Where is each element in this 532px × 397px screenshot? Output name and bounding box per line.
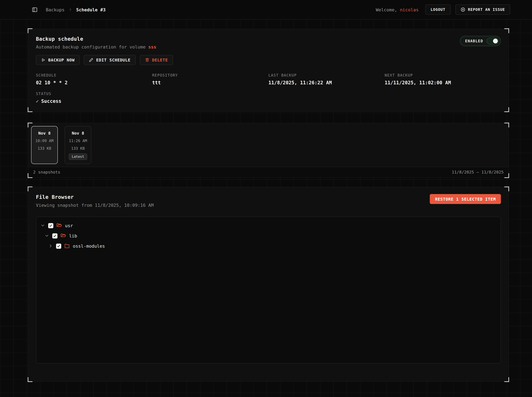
- field-label: NEXT BACKUP: [385, 73, 501, 78]
- corner-bracket: [504, 28, 509, 33]
- chevron-right-icon[interactable]: [48, 244, 53, 248]
- topbar-left: Backups Schedule #3: [30, 5, 106, 14]
- enabled-label: ENABLED: [465, 39, 483, 43]
- checkbox-checked[interactable]: [56, 243, 61, 249]
- report-issue-label: REPORT AN ISSUE: [468, 7, 505, 12]
- corner-bracket: [504, 377, 509, 382]
- corner-bracket: [28, 107, 32, 112]
- main-content: Backup schedule Automated backup configu…: [0, 19, 532, 382]
- tree-item-name: usr: [65, 223, 73, 228]
- corner-bracket: [504, 186, 509, 191]
- snapshot-time: 11:26 AM: [69, 139, 87, 143]
- field-value: ttt: [152, 80, 268, 86]
- file-browser-titles: File Browser Viewing snapshot from 11/8/…: [36, 194, 153, 208]
- panel-subtitle: Automated backup configuration for volum…: [36, 44, 156, 50]
- app: Backups Schedule #3 Welcome, nicolas LOG…: [0, 0, 532, 397]
- backup-now-label: BACKUP NOW: [48, 58, 75, 62]
- breadcrumb: Backups Schedule #3: [46, 7, 106, 12]
- status-value: ✓Success: [36, 99, 501, 104]
- field-repository: REPOSITORY ttt: [152, 73, 268, 86]
- field-status: STATUS ✓Success: [36, 92, 501, 104]
- chevron-down-icon[interactable]: [40, 223, 45, 228]
- checkbox-checked[interactable]: [48, 223, 53, 228]
- delete-label: DELETE: [152, 58, 168, 62]
- field-value: 11/11/2025, 11:02:00 AM: [385, 80, 501, 86]
- file-browser-header: File Browser Viewing snapshot from 11/8/…: [36, 194, 501, 208]
- tree-item-name: ossl-modules: [73, 243, 105, 249]
- corner-bracket: [28, 377, 32, 382]
- panel-left-icon: [32, 7, 38, 12]
- tree-row-lib[interactable]: lib: [40, 231, 496, 241]
- snapshot-size: 133 KB: [38, 146, 51, 151]
- backup-schedule-panel: Backup schedule Automated backup configu…: [28, 29, 509, 112]
- snapshot-card-latest[interactable]: Nov 8 11:26 AM 133 KB Latest: [65, 126, 91, 164]
- file-browser-panel: File Browser Viewing snapshot from 11/8/…: [28, 187, 509, 382]
- breadcrumb-current-page: Schedule #3: [76, 7, 106, 12]
- schedule-panel-header: Backup schedule Automated backup configu…: [36, 36, 501, 50]
- trash-icon: [145, 58, 149, 62]
- field-value: 02 10 * * 2: [36, 80, 152, 86]
- logout-button[interactable]: LOGOUT: [425, 4, 450, 15]
- enabled-switch[interactable]: [487, 38, 499, 44]
- schedule-actions: BACKUP NOW EDIT SCHEDULE DELETE: [36, 55, 501, 65]
- check-icon: ✓: [36, 99, 39, 104]
- backup-now-button[interactable]: BACKUP NOW: [36, 55, 80, 65]
- snapshots-footer: 2 snapshots 11/8/2025 – 11/8/2025: [28, 167, 508, 177]
- snapshot-card-selected[interactable]: Nov 8 10:09 AM 133 KB: [31, 126, 58, 164]
- snapshots-panel: Nov 8 10:09 AM 133 KB Nov 8 11:26 AM 133…: [28, 123, 509, 178]
- corner-bracket: [504, 107, 509, 112]
- panel-title: File Browser: [36, 194, 153, 200]
- subtitle-text: Automated backup configuration for volum…: [36, 44, 146, 50]
- field-label: REPOSITORY: [152, 73, 268, 78]
- play-icon: [41, 58, 45, 62]
- snapshot-size: 133 KB: [71, 146, 85, 151]
- field-value: 11/8/2025, 11:26:22 AM: [268, 80, 385, 86]
- schedule-panel-titles: Backup schedule Automated backup configu…: [36, 36, 156, 50]
- delete-button[interactable]: DELETE: [140, 55, 173, 65]
- checkbox-checked[interactable]: [52, 233, 57, 238]
- volume-name: sss: [148, 44, 156, 50]
- tree-item-name: lib: [69, 233, 77, 238]
- edit-schedule-button[interactable]: EDIT SCHEDULE: [84, 55, 136, 65]
- field-label: LAST BACKUP: [268, 73, 385, 78]
- switch-knob: [493, 39, 498, 43]
- sidebar-toggle-button[interactable]: [30, 5, 39, 14]
- file-tree: usr lib: [36, 217, 501, 364]
- snapshot-date: Nov 8: [72, 131, 84, 136]
- snapshot-date: Nov 8: [38, 131, 51, 136]
- tree-row-ossl-modules[interactable]: ossl-modules: [40, 241, 496, 251]
- field-label: SCHEDULE: [36, 73, 152, 78]
- folder-closed-icon: [64, 243, 70, 249]
- corner-bracket: [28, 186, 32, 191]
- report-issue-icon: [460, 7, 465, 12]
- snapshot-time: 10:09 AM: [35, 139, 54, 143]
- status-text: Success: [41, 99, 61, 104]
- snapshot-date-range: 11/8/2025 – 11/8/2025: [452, 170, 504, 174]
- topbar-right: Welcome, nicolas LOGOUT REPORT AN ISSUE: [376, 4, 510, 15]
- folder-open-icon: [57, 223, 62, 228]
- corner-bracket: [28, 28, 32, 33]
- folder-open-icon: [61, 233, 66, 239]
- welcome-prefix: Welcome,: [376, 7, 397, 12]
- username: nicolas: [400, 7, 418, 12]
- panel-subtitle: Viewing snapshot from 11/8/2025, 10:09:1…: [36, 203, 153, 208]
- panel-title: Backup schedule: [36, 36, 156, 42]
- latest-badge: Latest: [69, 153, 87, 160]
- topbar: Backups Schedule #3 Welcome, nicolas LOG…: [0, 0, 532, 19]
- enabled-toggle[interactable]: ENABLED: [460, 36, 501, 46]
- field-next-backup: NEXT BACKUP 11/11/2025, 11:02:00 AM: [385, 73, 501, 86]
- tree-row-usr[interactable]: usr: [40, 220, 496, 231]
- chevron-down-icon[interactable]: [44, 233, 49, 238]
- snapshot-list: Nov 8 10:09 AM 133 KB Nov 8 11:26 AM 133…: [28, 124, 508, 167]
- restore-selected-button[interactable]: RESTORE 1 SELECTED ITEM: [430, 194, 501, 204]
- schedule-fields: SCHEDULE 02 10 * * 2 REPOSITORY ttt LAST…: [36, 73, 501, 86]
- welcome-text: Welcome, nicolas: [376, 7, 418, 12]
- pencil-icon: [89, 58, 93, 62]
- field-schedule: SCHEDULE 02 10 * * 2: [36, 73, 152, 86]
- edit-schedule-label: EDIT SCHEDULE: [96, 58, 131, 62]
- breadcrumb-backups-link[interactable]: Backups: [46, 7, 64, 12]
- field-label: STATUS: [36, 92, 501, 96]
- report-issue-button[interactable]: REPORT AN ISSUE: [455, 4, 510, 15]
- breadcrumb-chevron-icon: [68, 7, 72, 12]
- field-last-backup: LAST BACKUP 11/8/2025, 11:26:22 AM: [268, 73, 385, 86]
